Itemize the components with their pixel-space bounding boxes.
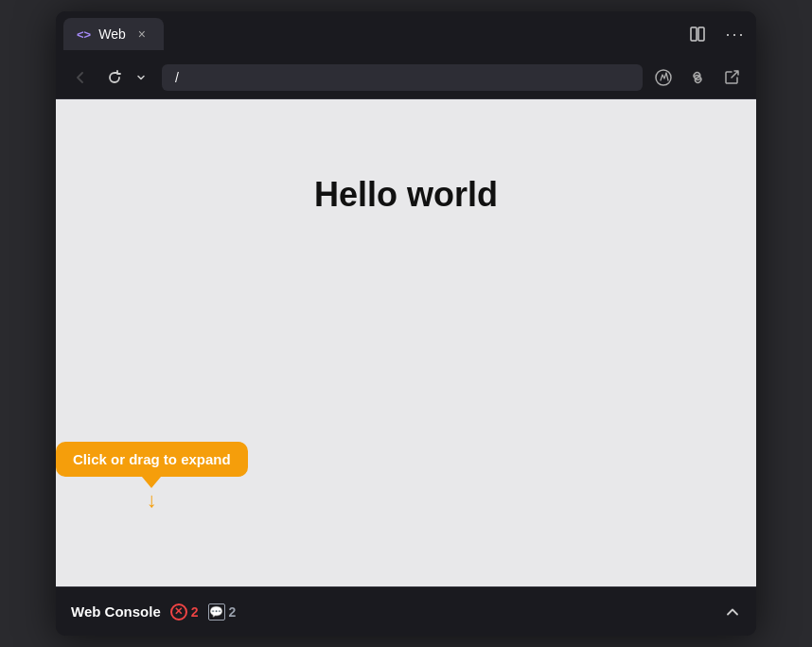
reload-dropdown-button[interactable] [128, 64, 154, 91]
design-mode-icon[interactable] [650, 64, 677, 91]
more-options-icon[interactable]: ··· [722, 21, 749, 47]
error-badge: ✕ 2 [170, 603, 199, 621]
tab-title: Web [98, 26, 126, 42]
layout-icon[interactable] [684, 21, 711, 47]
back-button[interactable] [67, 64, 94, 91]
error-count: 2 [191, 604, 199, 620]
console-bar[interactable]: Web Console ✕ 2 💬 2 [56, 586, 756, 636]
open-external-icon[interactable] [718, 64, 745, 91]
console-expand-button[interactable] [724, 603, 741, 621]
down-arrow-icon: ↓ [147, 490, 157, 511]
warn-icon: 💬 [208, 603, 225, 621]
tab-code-icon: <> [77, 27, 91, 42]
tooltip-arrow [142, 477, 161, 488]
browser-tab[interactable]: <> Web × [63, 18, 164, 50]
error-icon: ✕ [170, 603, 187, 621]
tooltip-text: Click or drag to expand [73, 451, 231, 467]
console-badges: ✕ 2 💬 2 [170, 603, 715, 621]
console-label: Web Console [71, 603, 161, 620]
page-content: Hello world Click or drag to expand ↓ [56, 99, 756, 586]
ellipsis-label: ··· [725, 25, 745, 44]
reload-button[interactable] [101, 64, 128, 91]
tab-bar: <> Web × ··· [56, 11, 756, 57]
warn-badge: 💬 2 [208, 603, 237, 621]
svg-rect-0 [691, 27, 697, 41]
reload-group [101, 64, 154, 91]
url-bar[interactable] [162, 64, 643, 91]
link-icon[interactable] [684, 64, 711, 91]
tooltip-bubble[interactable]: Click or drag to expand [56, 442, 248, 477]
toolbar [56, 57, 756, 99]
toolbar-actions [650, 64, 745, 91]
tab-close-button[interactable]: × [133, 26, 150, 43]
page-heading: Hello world [314, 175, 498, 215]
browser-window: <> Web × ··· [56, 11, 756, 636]
svg-rect-1 [698, 27, 704, 41]
tooltip-container: Click or drag to expand ↓ [56, 442, 248, 511]
warn-count: 2 [229, 604, 237, 620]
